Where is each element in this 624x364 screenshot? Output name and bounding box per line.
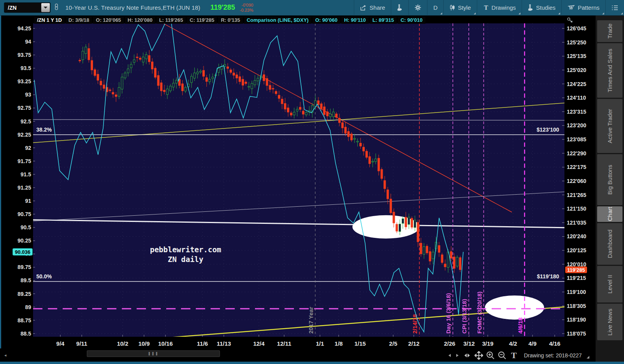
sidebar-tab-live-news[interactable]: Live News xyxy=(597,304,622,340)
fib-382-price: $123'100 xyxy=(537,127,559,133)
link-icon[interactable] xyxy=(54,3,59,12)
vline-label: CPI (3/13/18) xyxy=(461,299,468,334)
left-axis-label: 93.25 xyxy=(18,78,31,84)
sidebar-tab-dashboard[interactable]: Dashboard xyxy=(597,223,622,265)
left-axis-label: 89.25 xyxy=(18,291,31,297)
step-back-icon[interactable] xyxy=(447,350,452,360)
left-axis-label: 91 xyxy=(25,198,31,204)
date-axis-label: 3/12 xyxy=(463,340,475,347)
zoom-in-icon[interactable] xyxy=(486,350,495,360)
date-axis-label: 12/11 xyxy=(277,340,292,347)
right-axis-label: 123'085 xyxy=(567,136,586,142)
comparison-segment: L: 89'315 xyxy=(370,17,397,24)
vline-label: Day 16 (3/6/18) xyxy=(445,293,452,334)
sidebar-tab-big-buttons[interactable]: Big Buttons xyxy=(597,154,622,205)
symbol-text: /ZN xyxy=(4,5,41,11)
resize-corner-icon[interactable] xyxy=(587,356,589,359)
highlight-ellipse-2[interactable] xyxy=(485,295,544,320)
zoom-out-icon[interactable] xyxy=(497,350,507,360)
svg-text:T: T xyxy=(484,5,488,11)
fit-width-icon[interactable] xyxy=(462,350,472,360)
date-axis-label: 11/13 xyxy=(217,340,231,347)
left-axis-label: 91.75 xyxy=(18,158,31,164)
date-axis-label: 1/1 xyxy=(316,340,324,347)
step-forward-icon[interactable] xyxy=(455,350,460,360)
right-axis-label: 120'125 xyxy=(567,247,586,253)
date-axis-label: 4/2 xyxy=(509,340,517,347)
left-axis-label: 92 xyxy=(25,145,31,151)
toolbar-button-patterns[interactable]: WPatterns xyxy=(561,0,605,16)
toolbar-button-beaker[interactable] xyxy=(391,0,408,16)
toolbar-button-settings[interactable] xyxy=(408,0,427,16)
symbol-selector[interactable]: /ZN xyxy=(4,2,51,13)
time-scrollbar-thumb[interactable]: ❚❚❚ xyxy=(87,350,220,357)
pan-icon[interactable] xyxy=(474,350,483,360)
toolbar-button-share[interactable]: Share xyxy=(354,0,391,16)
right-axis-label: 122'060 xyxy=(567,178,586,184)
scroll-left-icon[interactable]: ◂ xyxy=(4,353,7,358)
chart-plot-area[interactable]: 2017 Year2/14/18Day 16 (3/6/18)CPI (3/13… xyxy=(33,23,564,337)
right-axis-label: 124'225 xyxy=(567,81,586,87)
chevron-down-icon[interactable] xyxy=(41,3,50,12)
toolbar-button-label: Patterns xyxy=(578,4,599,11)
date-axis-label: 4/16 xyxy=(549,340,560,347)
sidebar-tab-trade[interactable]: Trade xyxy=(597,20,622,42)
trendline-gray-rising-line[interactable] xyxy=(33,192,564,221)
left-axis-label: 90.75 xyxy=(18,211,31,217)
date-axis-label: 11/6 xyxy=(197,340,208,347)
toolbar-button-studies[interactable]: Studies xyxy=(522,0,561,16)
candlestick-series[interactable] xyxy=(79,43,461,273)
right-axis-label: 122'175 xyxy=(567,164,586,170)
toolbar-button-drawings[interactable]: TDrawings xyxy=(477,0,522,16)
toolbar-button-menu[interactable] xyxy=(605,0,624,16)
sidebar-tab-times-and-sales[interactable]: Times And Sales xyxy=(597,43,622,98)
left-axis-label: 93 xyxy=(25,91,31,98)
watermark-line1: pebblewriter.com xyxy=(150,245,221,254)
vline-label: FOMC (3/20/18) xyxy=(476,292,483,334)
date-axis-label: 1/8 xyxy=(335,340,343,347)
trendline-yellow-channel-upper[interactable] xyxy=(33,103,564,142)
sidebar-tab-chart[interactable]: Chart xyxy=(597,206,622,222)
right-axis-label: 119'215 xyxy=(567,275,586,281)
trendline-white-support-thick[interactable] xyxy=(33,220,564,228)
ohlc-segment: D: 3/9/18 xyxy=(66,17,92,24)
date-axis[interactable]: 9/49/1110/210/910/1611/611/1312/412/111/… xyxy=(33,337,564,348)
chart-canvas[interactable]: 2017 Year2/14/18Day 16 (3/6/18)CPI (3/13… xyxy=(33,23,564,337)
watermark-line2: ZN daily xyxy=(168,255,204,264)
text-tool-icon[interactable]: T xyxy=(509,350,519,360)
left-axis-label: 91.5 xyxy=(21,171,31,178)
date-axis-label: 4/9 xyxy=(529,340,537,347)
toolbar-button-style[interactable]: Style xyxy=(443,0,476,16)
sidebar-tab-active-trader[interactable]: Active Trader xyxy=(597,99,622,153)
top-toolbar: /ZN 10-Year U.S. Treasury Note Futures,E… xyxy=(0,0,624,16)
date-axis-label: 2/12 xyxy=(408,340,419,347)
sidebar-tab-level-ii[interactable]: Level II xyxy=(597,266,622,302)
ohlc-segment: L: 119'265 xyxy=(156,17,186,24)
date-axis-label: 10/2 xyxy=(117,340,128,347)
left-axis-label: 94 xyxy=(25,39,31,45)
bottom-status-bar: ◂ ❚❚❚ T Drawing set: 2018-0 xyxy=(1,348,596,362)
left-axis-label: 88.5 xyxy=(21,331,31,337)
app-window: /ZN 10-Year U.S. Treasury Note Futures,E… xyxy=(0,0,624,364)
right-axis-label: 123'315 xyxy=(567,109,586,115)
right-axis-label: 118'305 xyxy=(567,303,586,309)
left-price-axis[interactable]: 94.259493.7593.593.259392.7592.592.25929… xyxy=(0,16,33,348)
window-frame-bottom xyxy=(0,362,624,364)
instrument-title: 10-Year U.S. Treasury Note Futures,ETH (… xyxy=(65,4,200,11)
trendline-descending-resistance[interactable] xyxy=(163,23,512,212)
right-price-axis[interactable]: 126'045125'250125'135125'020124'225124'1… xyxy=(564,16,596,348)
comparison-segment: O: 90'060 xyxy=(313,17,340,24)
ohlc-segment: C: 119'285 xyxy=(187,17,217,24)
change-value: -0'090 xyxy=(240,3,253,8)
vline-label: 2017 Year xyxy=(308,307,314,334)
trendline-white-upper-line[interactable] xyxy=(33,120,564,120)
toolbar-button-label: Studies xyxy=(536,4,555,11)
pointer-tool-icon[interactable] xyxy=(567,17,574,25)
axis-ticks xyxy=(33,28,564,337)
left-axis-label: 89 xyxy=(25,304,31,310)
drawing-set-label: Drawing set: 2018-0227 xyxy=(524,352,582,359)
toolbar-button-timeframe[interactable]: D xyxy=(427,0,443,16)
right-axis-label: 121'265 xyxy=(567,192,586,198)
date-axis-label: 1/15 xyxy=(354,340,366,347)
toolbar-button-label: Style xyxy=(458,4,471,11)
